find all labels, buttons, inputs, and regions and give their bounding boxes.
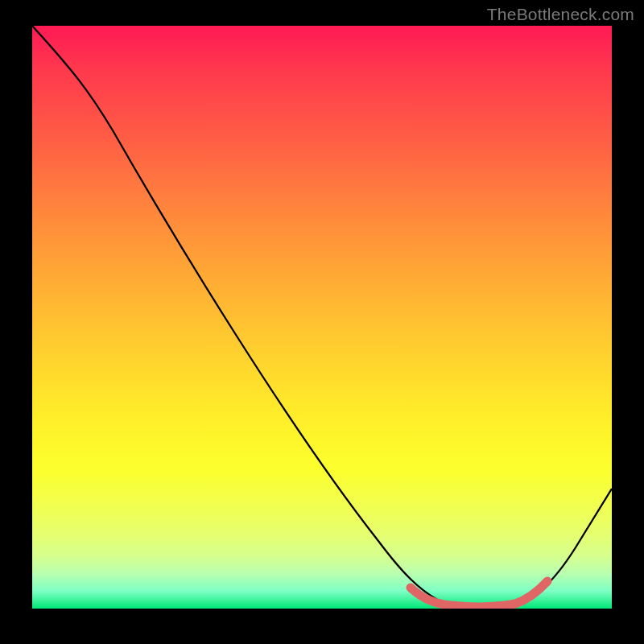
bottleneck-curve-svg	[32, 26, 612, 609]
watermark-text: TheBottleneck.com	[487, 5, 634, 24]
bottleneck-curve-path	[32, 26, 612, 606]
plot-area	[32, 26, 612, 609]
optimal-band-path	[411, 581, 547, 607]
chart-stage: TheBottleneck.com	[0, 0, 644, 644]
